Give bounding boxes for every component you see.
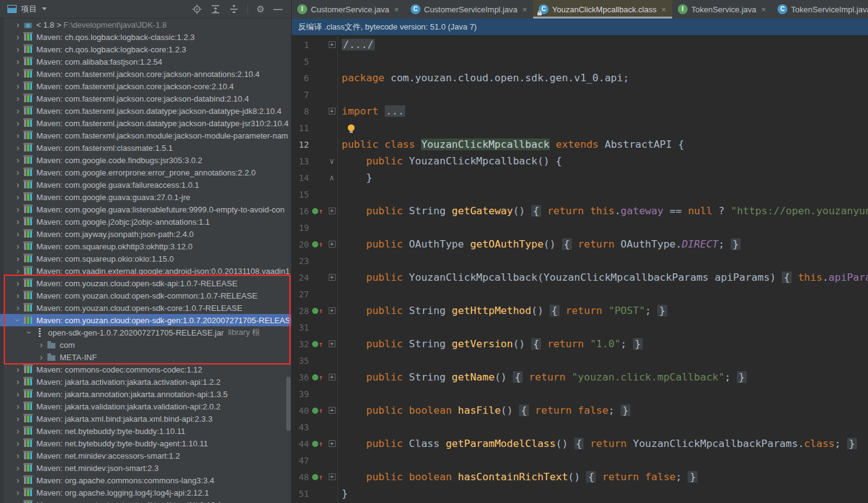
chevron-collapsed-icon[interactable]: › [14, 191, 22, 203]
plus-box-icon[interactable]: + [329, 307, 336, 314]
plus-box-icon[interactable]: + [329, 108, 336, 115]
chevron-collapsed-icon[interactable]: › [37, 351, 46, 363]
tree-row-library[interactable]: ›Maven: org.apache.logging.log4j:log4j-a… [0, 486, 291, 499]
chevron-collapsed-icon[interactable]: › [14, 462, 22, 474]
tree-row-jdk[interactable]: ›< 1.8 > F:\development\java\JDK-1.8 [0, 18, 291, 31]
fold-up-icon[interactable]: ∧ [326, 173, 337, 182]
chevron-collapsed-icon[interactable]: › [14, 265, 22, 277]
tree-row-library[interactable]: ›Maven: com.fasterxml.jackson.core:jacks… [0, 68, 291, 80]
tree-row-library[interactable]: ›Maven: com.youzan.cloud:open-sdk-api:1.… [0, 277, 291, 289]
chevron-collapsed-icon[interactable]: › [14, 142, 22, 154]
intention-bulb-icon[interactable] [348, 124, 355, 131]
collapse-all-icon[interactable] [229, 4, 239, 14]
fold-down-icon[interactable]: ∨ [326, 156, 337, 166]
chevron-collapsed-icon[interactable]: › [14, 363, 22, 376]
tree-row-library[interactable]: ›Maven: com.fasterxml:classmate:1.5.1 [0, 142, 291, 154]
tree-row-library[interactable]: ›Maven: org.apache.commons:commons-lang3… [0, 474, 291, 486]
chevron-collapsed-icon[interactable]: › [14, 302, 22, 314]
tree-row-library[interactable]: ›Maven: com.squareup.okio:okio:1.15.0 [0, 252, 291, 265]
hide-panel-icon[interactable]: — [273, 4, 283, 14]
chevron-collapsed-icon[interactable]: › [14, 437, 22, 449]
chevron-collapsed-icon[interactable]: › [14, 277, 22, 289]
chevron-collapsed-icon[interactable]: › [14, 92, 22, 105]
overrides-method-icon[interactable]: ↑ [309, 207, 326, 215]
fold-expand-icon[interactable]: + [326, 340, 337, 348]
chevron-collapsed-icon[interactable]: › [14, 474, 22, 486]
tree-row-library[interactable]: ›Maven: com.vaadin.external.google:andro… [0, 265, 291, 277]
fold-expand-icon[interactable]: + [326, 373, 337, 381]
tree-row-library[interactable]: ›Maven: com.google.code.findbugs:jsr305:… [0, 154, 291, 166]
chevron-collapsed-icon[interactable]: › [14, 80, 22, 92]
editor-tab[interactable]: ICustomerService.java× [292, 0, 405, 18]
tree-row-library[interactable]: ›Maven: jakarta.xml.bind:jakarta.xml.bin… [0, 412, 291, 425]
fold-expand-icon[interactable]: + [326, 273, 337, 281]
tree-row-library[interactable]: ›Maven: ch.qos.logback:logback-core:1.2.… [0, 43, 291, 55]
chevron-collapsed-icon[interactable]: › [14, 55, 22, 68]
chevron-collapsed-icon[interactable]: › [14, 228, 22, 240]
overrides-method-icon[interactable]: ↑ [309, 473, 326, 481]
chevron-collapsed-icon[interactable]: › [14, 179, 22, 191]
code-area[interactable]: 1+/.../56package com.youzan.cloud.open.s… [292, 35, 868, 503]
chevron-down-icon[interactable] [42, 7, 47, 10]
chevron-collapsed-icon[interactable]: › [14, 105, 22, 117]
tree-row-library[interactable]: ›Maven: com.google.j2objc:j2objc-annotat… [0, 215, 291, 228]
tree-row-library[interactable]: ›Maven: jakarta.activation:jakarta.activ… [0, 376, 291, 388]
plus-box-icon[interactable]: + [329, 207, 336, 214]
tree-row-library[interactable]: ›Maven: com.fasterxml.jackson.datatype:j… [0, 105, 291, 117]
fold-expand-icon[interactable]: + [326, 41, 337, 49]
fold-expand-icon[interactable]: + [326, 440, 337, 448]
settings-gear-icon[interactable]: ⚙ [257, 4, 265, 14]
tree-row-library[interactable]: ›Maven: com.jayway.jsonpath:json-path:2.… [0, 228, 291, 240]
tree-row-library[interactable]: ›Maven: com.youzan.cloud:open-sdk-common… [0, 289, 291, 302]
editor-tab[interactable]: CYouzanClickMpcallback.class× [533, 0, 672, 18]
tree-row-library[interactable]: ›Maven: jakarta.annotation:jakarta.annot… [0, 388, 291, 400]
close-icon[interactable]: × [394, 5, 399, 14]
fold-expand-icon[interactable]: + [326, 473, 337, 481]
overrides-method-icon[interactable]: ↑ [309, 440, 326, 448]
overrides-method-icon[interactable]: ↑ [309, 374, 326, 381]
chevron-collapsed-icon[interactable]: › [14, 252, 22, 265]
tree-row-library[interactable]: ›Maven: com.squareup.okhttp3:okhttp:3.12… [0, 240, 291, 252]
chevron-collapsed-icon[interactable]: › [14, 31, 22, 43]
tree-row-library[interactable]: ›Maven: net.minidev:json-smart:2.3 [0, 462, 291, 474]
plus-box-icon[interactable]: + [329, 374, 336, 380]
tree-row-folder[interactable]: ›META-INF [0, 351, 291, 363]
chevron-collapsed-icon[interactable]: › [14, 68, 22, 80]
tree-row-library[interactable]: ›Maven: com.youzan.cloud:open-sdk-core:1… [0, 302, 291, 314]
tree-row-library[interactable]: ›Maven: jakarta.validation:jakarta.valid… [0, 400, 291, 412]
chevron-collapsed-icon[interactable]: › [14, 215, 22, 228]
expand-all-icon[interactable] [211, 4, 220, 14]
chevron-collapsed-icon[interactable]: › [14, 412, 22, 425]
tree-row-library[interactable]: ›Maven: net.bytebuddy:byte-buddy-agent:1… [0, 437, 291, 449]
chevron-expanded-icon[interactable]: › [12, 316, 24, 324]
chevron-collapsed-icon[interactable]: › [14, 499, 22, 503]
plus-box-icon[interactable]: + [329, 340, 336, 347]
chevron-collapsed-icon[interactable]: › [14, 240, 22, 252]
fold-expand-icon[interactable]: + [326, 406, 337, 414]
close-icon[interactable]: × [761, 5, 766, 14]
tree-row-library[interactable]: ›Maven: com.alibaba:fastjson:1.2.54 [0, 55, 291, 68]
fold-expand-icon[interactable]: + [326, 307, 337, 315]
tree-row-library[interactable]: ›Maven: com.youzan.cloud:open-sdk-gen:1.… [0, 314, 291, 326]
fold-expand-icon[interactable]: + [326, 240, 337, 248]
tree-row-library[interactable]: ›Maven: com.fasterxml.jackson.core:jacks… [0, 92, 291, 105]
chevron-collapsed-icon[interactable]: › [14, 400, 22, 412]
chevron-collapsed-icon[interactable]: › [14, 425, 22, 437]
editor-tab[interactable]: CTokenServiceImpl.java× [772, 0, 868, 18]
tree-row-jar[interactable]: ›open-sdk-gen-1.0.7.202007271705-RELEASE… [0, 326, 291, 339]
editor-tab[interactable]: ITokenService.java× [672, 0, 772, 18]
tree-row-library[interactable]: ›Maven: net.bytebuddy:byte-buddy:1.10.11 [0, 425, 291, 437]
tree-row-folder[interactable]: ›com [0, 339, 291, 351]
chevron-collapsed-icon[interactable]: › [14, 289, 22, 302]
overrides-method-icon[interactable]: ↑ [309, 340, 326, 348]
tree-row-library[interactable]: ›Maven: org.apache.logging.log4j:log4j-t… [0, 499, 291, 503]
overrides-method-icon[interactable]: ↑ [309, 407, 326, 414]
plus-box-icon[interactable]: + [329, 41, 336, 48]
tree-row-library[interactable]: ›Maven: commons-codec:commons-codec:1.12 [0, 363, 291, 376]
chevron-collapsed-icon[interactable]: › [14, 43, 22, 55]
tree-row-library[interactable]: ›Maven: com.google.errorprone:error_pron… [0, 166, 291, 179]
tree-row-library[interactable]: ›Maven: com.google.guava:guava:27.0.1-jr… [0, 191, 291, 203]
tree-row-library[interactable]: ›Maven: com.fasterxml.jackson.module:jac… [0, 129, 291, 142]
chevron-expanded-icon[interactable]: › [23, 328, 36, 337]
fold-chevron-up-icon[interactable]: ∧ [329, 173, 334, 182]
